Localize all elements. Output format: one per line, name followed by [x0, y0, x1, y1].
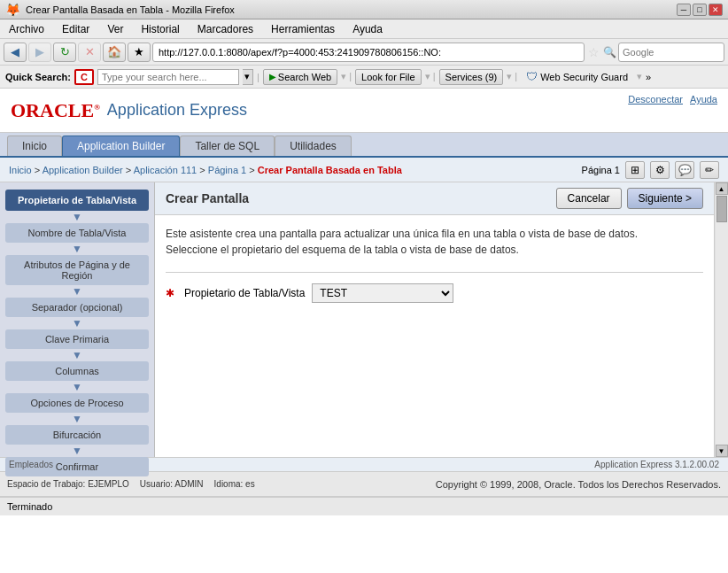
espacio-trabajo: Espacio de Trabajo: EJEMPLO: [7, 479, 129, 489]
grid-icon-button[interactable]: ⊞: [625, 161, 645, 179]
sidebar-item-clave[interactable]: Clave Primaria: [5, 329, 149, 349]
propietario-select[interactable]: TEST SYS SYSTEM APEX_030200: [312, 283, 453, 303]
services-button[interactable]: Services (9): [439, 69, 504, 85]
sidebar-item-nombre[interactable]: Nombre de Tabla/Vista: [5, 223, 149, 243]
edit-icon-button[interactable]: ✏: [700, 161, 719, 179]
breadcrumb-aplicacion[interactable]: Aplicación 111: [134, 165, 197, 175]
arrow-0: ▼: [5, 211, 149, 223]
restore-button[interactable]: □: [693, 4, 707, 16]
breadcrumb-app-builder[interactable]: Application Builder: [43, 165, 123, 175]
panel-body: Este asistente crea una pantalla para ac…: [155, 215, 714, 314]
breadcrumb-inicio[interactable]: Inicio: [9, 165, 32, 175]
tab-utilidades[interactable]: Utilidades: [275, 136, 352, 156]
form-label-propietario: Propietario de Tabla/Vista: [184, 287, 305, 299]
sidebar-item-columnas[interactable]: Columnas: [5, 361, 149, 381]
desconectar-link[interactable]: Desconectar: [628, 94, 683, 105]
copyright: Copyright © 1999, 2008, Oracle. Todos lo…: [436, 479, 721, 490]
main-content: Propietario de Tabla/Vista ▼ Nombre de T…: [0, 182, 728, 457]
breadcrumb-pagina[interactable]: Página 1: [208, 165, 246, 175]
quick-c-button[interactable]: C: [74, 69, 94, 85]
close-button[interactable]: ✕: [709, 4, 723, 16]
star-icon: ☆: [586, 45, 601, 59]
shield-icon: 🛡: [526, 70, 538, 83]
arrow-5: ▼: [5, 381, 149, 393]
scroll-down-button[interactable]: ▼: [716, 445, 728, 457]
stop-button[interactable]: ✕: [78, 43, 101, 62]
scroll-track: [716, 195, 728, 445]
arrow-1: ▼: [5, 243, 149, 255]
arrow-2: ▼: [5, 285, 149, 298]
settings-icon-button[interactable]: ⚙: [650, 161, 670, 179]
right-panel: Crear Pantalla Cancelar Siguiente > Este…: [155, 182, 714, 457]
chat-icon-button[interactable]: 💬: [675, 161, 694, 179]
scrollbar-right: ▲ ▼: [714, 182, 728, 457]
quick-bar: Quick Search: C ▾ | ▶ Search Web ▾ | Loo…: [0, 66, 728, 89]
menu-bar: Archivo Editar Ver Historial Marcadores …: [0, 19, 728, 39]
oracle-logo: ORACLE® Application Express: [11, 99, 247, 122]
tab-inicio[interactable]: Inicio: [7, 136, 62, 156]
quick-search-dropdown[interactable]: ▾: [243, 69, 253, 85]
sidebar: Propietario de Tabla/Vista ▼ Nombre de T…: [0, 182, 155, 457]
tab-application-builder[interactable]: Application Builder: [62, 136, 180, 156]
browser-icon: 🦊: [5, 3, 20, 17]
quick-search-label: Quick Search:: [5, 72, 71, 82]
tabs-bar: Inicio Application Builder Taller de SQL…: [0, 133, 728, 158]
back-button[interactable]: ◀: [4, 43, 27, 62]
apex-text: Application Express: [107, 101, 247, 120]
panel-buttons: Cancelar Siguiente >: [556, 188, 703, 209]
cancel-button[interactable]: Cancelar: [556, 188, 622, 209]
breadcrumb: Inicio > Application Builder > Aplicació…: [9, 165, 402, 175]
browser-status: Terminado: [0, 496, 728, 515]
menu-marcadores[interactable]: Marcadores: [192, 21, 259, 37]
ayuda-link[interactable]: Ayuda: [690, 94, 717, 105]
breadcrumb-right: Página 1 ⊞ ⚙ 💬 ✏: [582, 161, 719, 179]
menu-archivo[interactable]: Archivo: [4, 21, 50, 37]
bookmark-add-button[interactable]: ★: [128, 43, 151, 62]
reload-button[interactable]: ↻: [53, 43, 76, 62]
required-star: ✱: [166, 287, 174, 299]
scroll-thumb[interactable]: [716, 196, 727, 222]
browser-status-text: Terminado: [7, 501, 52, 512]
sidebar-item-atributos[interactable]: Atributos de Página y de Región: [5, 255, 149, 285]
scroll-up-button[interactable]: ▲: [716, 182, 728, 195]
status-info: Espacio de Trabajo: EJEMPLO Usuario: ADM…: [7, 479, 255, 489]
next-button[interactable]: Siguiente >: [627, 188, 703, 209]
menu-editar[interactable]: Editar: [57, 21, 95, 37]
breadcrumb-bar: Inicio > Application Builder > Aplicació…: [0, 158, 728, 182]
look-for-file-button[interactable]: Look for File: [355, 69, 422, 85]
menu-ver[interactable]: Ver: [102, 21, 128, 37]
header-links: Desconectar Ayuda: [628, 89, 717, 105]
tab-taller-sql[interactable]: Taller de SQL: [180, 136, 275, 156]
title-bar: 🦊 Crear Pantalla Basada en Tabla - Mozil…: [0, 0, 728, 19]
footer-app-express: Application Express 3.1.2.00.02: [594, 460, 719, 469]
breadcrumb-current: Crear Pantalla Basada en Tabla: [258, 165, 402, 175]
nav-bar: ◀ ▶ ↻ ✕ 🏠 ★ ☆ 🔍: [0, 39, 728, 66]
minimize-button[interactable]: ─: [677, 4, 691, 16]
window-title: Crear Pantalla Basada en Tabla - Mozilla…: [26, 4, 235, 15]
arrow-7: ▼: [5, 445, 149, 457]
play-icon: ▶: [269, 72, 276, 81]
arrow-6: ▼: [5, 413, 149, 425]
panel-header: Crear Pantalla Cancelar Siguiente >: [155, 182, 714, 215]
menu-historial[interactable]: Historial: [136, 21, 184, 37]
sidebar-item-bifurcacion[interactable]: Bifurcación: [5, 425, 149, 445]
oracle-text: ORACLE®: [11, 99, 100, 122]
quick-search-input[interactable]: [97, 69, 239, 85]
oracle-header: ORACLE® Application Express Desconectar …: [0, 89, 728, 133]
search-web-button[interactable]: ▶ Search Web: [263, 69, 337, 85]
search-icon: 🔍: [603, 46, 616, 58]
footer-workspace: Empleados: [9, 460, 53, 469]
sidebar-item-opciones[interactable]: Opciones de Proceso: [5, 393, 149, 413]
sidebar-item-propietario[interactable]: Propietario de Tabla/Vista: [5, 190, 149, 211]
arrow-4: ▼: [5, 349, 149, 361]
home-button[interactable]: 🏠: [103, 43, 126, 62]
menu-herramientas[interactable]: Herramientas: [266, 21, 340, 37]
more-button[interactable]: »: [646, 72, 651, 82]
menu-ayuda[interactable]: Ayuda: [347, 21, 388, 37]
search-input[interactable]: [618, 43, 724, 62]
sidebar-item-separador[interactable]: Separador (opcional): [5, 298, 149, 317]
forward-button[interactable]: ▶: [28, 43, 51, 62]
usuario: Usuario: ADMIN: [140, 479, 204, 489]
arrow-3: ▼: [5, 317, 149, 329]
address-bar[interactable]: [152, 43, 585, 62]
